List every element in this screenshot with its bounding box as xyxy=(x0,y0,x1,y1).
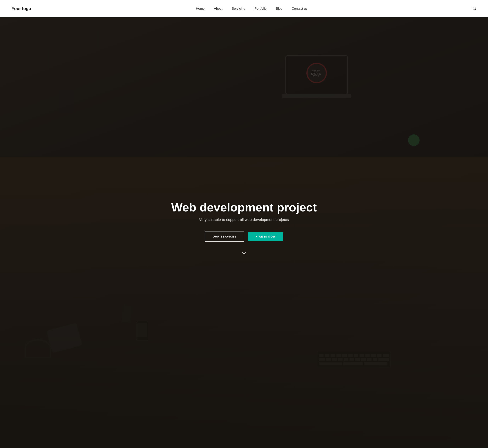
navbar: Your logo Home About Servicing Portfolio… xyxy=(0,0,488,17)
svg-rect-33 xyxy=(343,362,363,365)
svg-rect-14 xyxy=(348,354,353,357)
svg-rect-12 xyxy=(336,354,341,357)
nav-item-contact[interactable]: Contact us xyxy=(292,7,307,11)
svg-rect-10 xyxy=(325,354,329,357)
svg-rect-25 xyxy=(344,358,348,361)
svg-rect-30 xyxy=(373,358,377,361)
svg-rect-16 xyxy=(359,354,364,357)
nav-link-portfolio[interactable]: Portfolio xyxy=(255,7,267,10)
nav-item-home[interactable]: Home xyxy=(196,7,205,11)
hero-buttons: OUR SERVICES HIRE IS NOW xyxy=(205,232,283,241)
scroll-down-icon[interactable] xyxy=(241,250,247,257)
nav-item-about[interactable]: About xyxy=(214,7,222,11)
svg-rect-3 xyxy=(282,94,351,98)
svg-rect-32 xyxy=(319,362,342,365)
svg-rect-20 xyxy=(383,354,389,357)
nav-item-portfolio[interactable]: Portfolio xyxy=(255,7,267,11)
svg-rect-22 xyxy=(326,358,331,361)
hero-section: START ENGINE STOP xyxy=(0,0,488,448)
nav-link-about[interactable]: About xyxy=(214,7,222,10)
nav-item-servicing[interactable]: Servicing xyxy=(232,7,245,11)
svg-rect-17 xyxy=(365,354,370,357)
svg-line-1 xyxy=(475,9,476,10)
hire-now-button[interactable]: HIRE IS NOW xyxy=(248,232,283,241)
svg-rect-23 xyxy=(332,358,337,361)
nav-link-servicing[interactable]: Servicing xyxy=(232,7,245,10)
hero-title: Web development project xyxy=(171,200,317,214)
svg-rect-27 xyxy=(355,358,360,361)
nav-item-blog[interactable]: Blog xyxy=(276,7,283,11)
nav-link-home[interactable]: Home xyxy=(196,7,205,10)
plant-decoration xyxy=(408,134,420,146)
svg-rect-24 xyxy=(338,358,342,361)
svg-rect-9 xyxy=(319,354,324,357)
svg-rect-28 xyxy=(361,358,366,361)
logo: Your logo xyxy=(12,6,31,11)
svg-rect-29 xyxy=(367,358,372,361)
headphones-decoration xyxy=(24,339,51,358)
hero-subtitle: Very suitable to support all web develop… xyxy=(199,218,289,222)
svg-rect-26 xyxy=(350,358,354,361)
speaker-decoration xyxy=(58,90,74,113)
phone-decoration xyxy=(121,305,132,323)
keyboard-decoration xyxy=(317,352,390,367)
svg-rect-36 xyxy=(137,323,147,337)
phone2-decoration xyxy=(137,321,148,340)
nav-link-blog[interactable]: Blog xyxy=(276,7,283,10)
svg-rect-18 xyxy=(371,354,376,357)
hero-content: Web development project Very suitable to… xyxy=(167,200,320,257)
search-icon[interactable] xyxy=(472,6,476,11)
svg-text:STOP: STOP xyxy=(312,75,319,78)
svg-rect-21 xyxy=(319,358,325,361)
svg-rect-31 xyxy=(378,358,389,361)
nav-links: Home About Servicing Portfolio Blog Cont… xyxy=(196,7,307,11)
svg-rect-13 xyxy=(342,354,347,357)
nav-link-contact[interactable]: Contact us xyxy=(292,7,307,10)
svg-rect-34 xyxy=(364,362,387,365)
svg-rect-19 xyxy=(377,354,382,357)
laptop-decoration: START ENGINE STOP xyxy=(282,54,351,104)
svg-rect-15 xyxy=(354,354,358,357)
svg-rect-11 xyxy=(331,354,335,357)
our-services-button[interactable]: OUR SERVICES xyxy=(205,232,244,241)
